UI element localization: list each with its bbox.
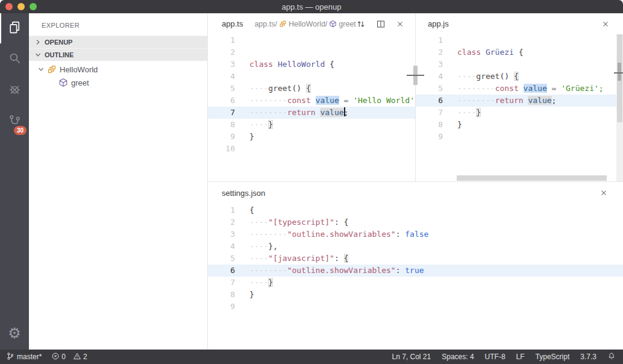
code-text[interactable]: class Grüezi { <box>443 46 524 58</box>
code-text[interactable]: ········const value = 'Grüezi'; <box>443 83 604 95</box>
line-number[interactable]: 8 <box>208 289 235 301</box>
line-number[interactable]: 3 <box>416 58 443 71</box>
editor-sash-vertical[interactable] <box>415 13 416 181</box>
activity-search-button[interactable] <box>0 43 29 75</box>
outline-item-greet[interactable]: greet <box>29 76 207 89</box>
line-number[interactable]: 10 <box>208 143 235 155</box>
editor-title-app-ts[interactable]: app.ts app.ts/ HelloWorld/ <box>208 13 415 34</box>
line-number[interactable]: 6 <box>416 95 443 107</box>
line-number[interactable]: 2 <box>416 46 443 58</box>
line-number[interactable]: 3 <box>208 228 235 240</box>
scrollbar-thumb[interactable] <box>457 175 607 181</box>
code-line[interactable]: 4 <box>208 71 415 83</box>
code-line[interactable]: 1 <box>416 34 623 46</box>
file-name-label[interactable]: app.js <box>428 19 449 28</box>
code-text[interactable]: ········"outline.showVariables": false <box>235 228 428 240</box>
code-line[interactable]: 1 <box>208 34 415 46</box>
maximize-window-button[interactable] <box>30 3 37 10</box>
code-line[interactable]: 7········return value; <box>208 107 415 119</box>
file-name-label[interactable]: app.ts <box>222 19 243 28</box>
line-number[interactable]: 1 <box>416 34 443 46</box>
code-line[interactable]: 9} <box>208 131 415 143</box>
activity-debug-button[interactable] <box>0 75 29 106</box>
outline-item-helloworld[interactable]: HelloWorld <box>29 63 207 76</box>
line-number[interactable]: 4 <box>208 71 235 83</box>
close-icon[interactable] <box>601 20 610 28</box>
language-mode[interactable]: TypeScript <box>536 353 570 361</box>
code-text[interactable]: } <box>235 289 254 301</box>
git-branch-indicator[interactable]: master* <box>6 352 42 362</box>
horizontal-scrollbar[interactable] <box>416 175 616 181</box>
code-text[interactable]: ····} <box>235 277 273 289</box>
line-number[interactable]: 5 <box>208 253 235 265</box>
close-icon[interactable] <box>396 20 404 28</box>
code-text[interactable] <box>235 34 249 46</box>
line-number[interactable]: 3 <box>208 58 235 71</box>
code-line[interactable]: 3 <box>416 58 623 71</box>
line-number[interactable]: 9 <box>208 301 235 313</box>
activity-explorer-button[interactable] <box>0 13 29 43</box>
indentation[interactable]: Spaces: 4 <box>442 353 474 361</box>
code-text[interactable]: ········const value = 'Hello World'; <box>235 95 415 107</box>
open-changes-icon[interactable] <box>356 19 366 29</box>
code-line[interactable]: 6········const value = 'Hello World'; <box>208 95 415 107</box>
code-line[interactable]: 7····} <box>416 107 623 119</box>
code-line[interactable]: 9 <box>416 131 623 143</box>
code-line[interactable]: 5········const value = 'Grüezi'; <box>416 83 623 95</box>
code-line[interactable]: 3class HelloWorld { <box>208 58 415 71</box>
code-editor-app-ts[interactable]: 123class HelloWorld {45····greet() {6···… <box>208 34 415 181</box>
manage-button[interactable]: ⚙ <box>0 324 29 342</box>
section-openup[interactable]: OPENUP <box>29 36 207 48</box>
code-editor-settings-json[interactable]: 1{2····"[typescript]": {3········"outlin… <box>208 203 623 350</box>
line-number[interactable]: 7 <box>208 277 235 289</box>
cursor-position[interactable]: Ln 7, Col 21 <box>392 353 431 361</box>
breadcrumb-method[interactable]: greet <box>339 20 356 28</box>
code-line[interactable]: 4····greet() { <box>416 71 623 83</box>
line-number[interactable]: 7 <box>208 107 235 119</box>
line-number[interactable]: 4 <box>208 240 235 253</box>
editor-title-app-js[interactable]: app.js <box>416 13 623 34</box>
chevron-down-icon[interactable] <box>36 64 46 74</box>
code-line[interactable]: 8} <box>416 119 623 131</box>
code-line[interactable]: 4····}, <box>208 240 623 253</box>
line-number[interactable]: 1 <box>208 204 235 216</box>
code-line[interactable]: 8····} <box>208 119 415 131</box>
line-number[interactable]: 2 <box>208 46 235 58</box>
code-text[interactable]: { <box>235 204 254 216</box>
code-text[interactable] <box>443 34 457 46</box>
code-line[interactable]: 5····"[javascript]": { <box>208 253 623 265</box>
code-text[interactable]: ····"[javascript]": { <box>235 253 348 265</box>
code-line[interactable]: 1{ <box>208 204 623 216</box>
code-text[interactable]: ····} <box>443 107 481 119</box>
line-number[interactable]: 5 <box>208 83 235 95</box>
code-line[interactable]: 9 <box>208 301 623 313</box>
line-number[interactable]: 9 <box>208 131 235 143</box>
line-number[interactable]: 1 <box>208 34 235 46</box>
code-text[interactable] <box>235 143 249 155</box>
code-text[interactable] <box>235 301 249 313</box>
editor-sash-horizontal[interactable] <box>208 181 623 182</box>
code-text[interactable]: } <box>443 119 462 131</box>
code-text[interactable]: } <box>235 131 254 143</box>
close-window-button[interactable] <box>5 3 13 10</box>
breadcrumb-class[interactable]: HelloWorld/ <box>289 20 327 28</box>
code-text[interactable]: ········return value; <box>235 107 348 119</box>
code-text[interactable] <box>235 46 249 58</box>
section-outline[interactable]: OUTLINE <box>29 48 207 61</box>
code-line[interactable]: 2 <box>208 46 415 58</box>
code-text[interactable]: ········"outline.showVariables": true <box>235 265 424 277</box>
line-number[interactable]: 8 <box>416 119 443 131</box>
line-number[interactable]: 9 <box>416 131 443 143</box>
code-editor-app-js[interactable]: 12class Grüezi {34····greet() {5········… <box>416 34 623 181</box>
line-number[interactable]: 6 <box>208 265 235 277</box>
activity-source-control-button[interactable]: 30 <box>0 106 29 137</box>
code-text[interactable]: ········return value; <box>443 95 556 107</box>
line-number[interactable]: 6 <box>208 95 235 107</box>
notifications-button[interactable] <box>607 352 616 362</box>
minimize-window-button[interactable] <box>17 3 25 10</box>
file-name-label[interactable]: settings.json <box>222 189 265 198</box>
code-line[interactable]: 7····} <box>208 277 623 289</box>
editor-title-settings-json[interactable]: settings.json <box>208 183 623 203</box>
close-icon[interactable] <box>600 189 608 197</box>
line-number[interactable]: 8 <box>208 119 235 131</box>
